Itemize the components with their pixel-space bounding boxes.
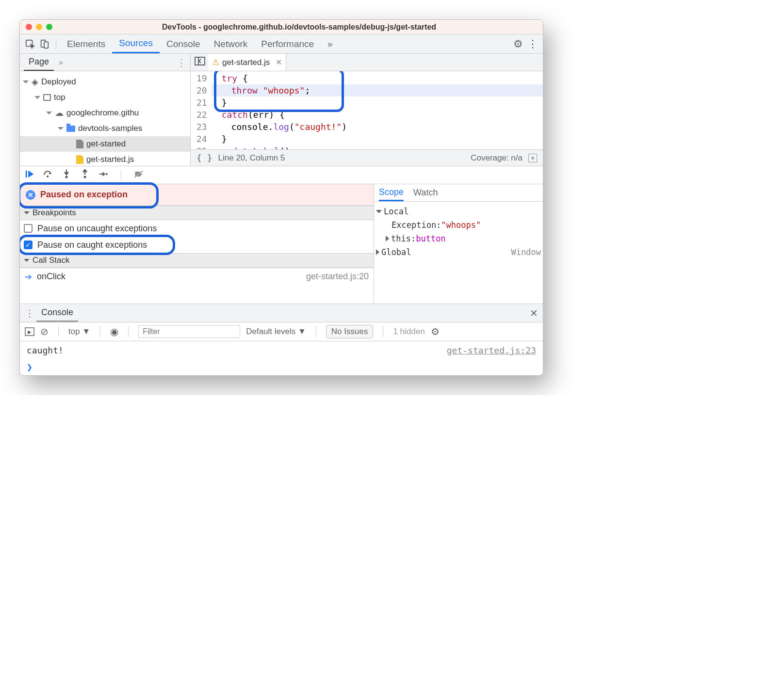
scope-global[interactable]: Global Window [376, 245, 541, 259]
tree-row-deployed[interactable]: ◈ Deployed [20, 74, 190, 90]
sources-secondary-row: Page » ⋮ ⚠ get-started.js ✕ [20, 54, 543, 71]
filter-input[interactable] [138, 325, 240, 338]
scope-body: Local Exception: "whoops" this: button G… [374, 202, 543, 262]
clear-console-icon[interactable]: ⊘ [40, 326, 49, 337]
svg-point-7 [65, 176, 68, 178]
close-window-icon[interactable] [26, 24, 32, 30]
context-selector[interactable]: top ▼ [68, 327, 90, 336]
tab-more[interactable]: » [321, 34, 340, 53]
pause-uncaught-row[interactable]: Pause on uncaught exceptions [20, 220, 374, 237]
editor-toolbar: ⚠ get-started.js ✕ [191, 54, 543, 71]
tab-network[interactable]: Network [207, 34, 255, 53]
panel-tabs: Elements Sources Console Network Perform… [20, 34, 543, 54]
resume-icon[interactable] [25, 169, 34, 181]
cube-icon: ◈ [32, 77, 38, 87]
tree-row-top[interactable]: top [20, 90, 190, 105]
hidden-count[interactable]: 1 hidden [393, 327, 425, 336]
step-icon[interactable] [98, 169, 108, 181]
tree-label: get-started.js [86, 155, 134, 164]
navigator-tab-page[interactable]: Page [24, 54, 54, 71]
traffic-lights [26, 24, 52, 30]
code-body[interactable]: 192021 22232425 try { throw "whoops"; } … [191, 71, 543, 149]
log-location[interactable]: get-started.js:23 [447, 345, 536, 355]
tab-elements[interactable]: Elements [60, 34, 112, 53]
tab-console[interactable]: Console [160, 34, 207, 53]
minimize-window-icon[interactable] [36, 24, 42, 30]
pause-caught-row[interactable]: ✓ Pause on caught exceptions [20, 237, 374, 253]
scope-this[interactable]: this: button [376, 232, 541, 245]
checkbox-uncaught[interactable] [24, 224, 33, 233]
tree-row-origin[interactable]: ☁ googlechrome.githu [20, 105, 190, 121]
zoom-window-icon[interactable] [46, 24, 52, 30]
highlight-try-block [214, 71, 344, 112]
console-sidebar-icon[interactable]: ▶ [25, 327, 34, 336]
inspect-element-icon[interactable] [23, 37, 37, 51]
window-title: DevTools - googlechrome.github.io/devtoo… [61, 23, 537, 32]
sources-main: ◈ Deployed top ☁ googlechrome.githu devt… [20, 71, 543, 166]
section-callstack[interactable]: Call Stack [20, 253, 374, 268]
divider [56, 39, 56, 49]
tree-label: get-started [86, 139, 126, 149]
coverage-label: Coverage: n/a [471, 153, 523, 163]
toggle-sidebar-icon[interactable] [195, 57, 205, 68]
tab-sources[interactable]: Sources [112, 34, 160, 53]
tab-watch[interactable]: Watch [413, 188, 438, 198]
console-log-line[interactable]: caught! get-started.js:23 [20, 341, 543, 359]
svg-rect-2 [44, 42, 48, 48]
scope-local[interactable]: Local [376, 205, 541, 218]
cloud-icon: ☁ [55, 108, 64, 118]
file-icon [76, 140, 83, 148]
svg-point-6 [47, 176, 49, 177]
step-out-icon[interactable] [80, 169, 90, 181]
highlight-caught [19, 235, 175, 255]
no-issues-button[interactable]: No Issues [326, 325, 374, 338]
callstack-frame-onclick[interactable]: ➔ onClick get-started.js:20 [20, 268, 374, 285]
drawer-kebab-icon[interactable]: ⋮ [25, 307, 34, 319]
log-message: caught! [27, 345, 64, 355]
current-frame-icon: ➔ [25, 272, 32, 282]
svg-rect-5 [26, 171, 27, 178]
kebab-menu-icon[interactable]: ⋮ [525, 37, 540, 51]
tab-scope[interactable]: Scope [379, 184, 404, 201]
settings-icon[interactable]: ⚙ [511, 37, 525, 51]
tree-row-folder[interactable]: devtools-samples [20, 121, 190, 136]
live-expression-icon[interactable]: ◉ [110, 326, 118, 337]
code-editor: 192021 22232425 try { throw "whoops"; } … [191, 71, 543, 166]
debugger-left-pane: ✕ Paused on exception Breakpoints Pause … [20, 184, 374, 304]
file-tab-label: get-started.js [222, 58, 270, 67]
editor-footer: { } Line 20, Column 5 Coverage: n/a ▾ [191, 149, 543, 166]
frame-location: get-started.js:20 [306, 272, 369, 282]
navigator-more-icon[interactable]: » [54, 58, 63, 67]
tree-row-get-started[interactable]: get-started [20, 136, 190, 152]
navigator-kebab-icon[interactable]: ⋮ [177, 57, 186, 68]
close-tab-icon[interactable]: ✕ [273, 58, 282, 67]
scope-watch-tabs: Scope Watch [374, 184, 543, 202]
tree-label: googlechrome.githu [66, 108, 139, 118]
console-prompt[interactable]: ❯ [20, 359, 543, 375]
coverage-dropdown-icon[interactable]: ▾ [528, 154, 537, 162]
tree-row-get-started-js[interactable]: get-started.js [20, 152, 190, 166]
section-label: Breakpoints [33, 208, 76, 218]
line-gutter: 192021 22232425 [191, 72, 212, 149]
highlight-paused [19, 182, 159, 208]
devtools-window: DevTools - googlechrome.github.io/devtoo… [19, 19, 543, 376]
log-levels-selector[interactable]: Default levels ▼ [246, 327, 306, 336]
drawer-tab-console[interactable]: Console [36, 304, 78, 322]
js-file-icon [76, 155, 83, 164]
file-tab-get-started-js[interactable]: ⚠ get-started.js ✕ [208, 54, 286, 71]
pretty-print-icon[interactable]: { } [196, 153, 212, 163]
scope-exception[interactable]: Exception: "whoops" [376, 218, 541, 232]
folder-icon [66, 126, 75, 132]
checkbox-label: Pause on uncaught exceptions [37, 224, 157, 234]
step-into-icon[interactable] [62, 169, 71, 181]
deactivate-breakpoints-icon[interactable] [134, 169, 144, 181]
tab-performance[interactable]: Performance [254, 34, 321, 53]
console-settings-icon[interactable]: ⚙ [431, 326, 440, 337]
drawer-tabs: ⋮ Console ✕ [20, 304, 543, 322]
drawer-close-icon[interactable]: ✕ [530, 307, 538, 319]
svg-point-8 [84, 176, 86, 178]
debugger-panes: ✕ Paused on exception Breakpoints Pause … [20, 184, 543, 304]
step-over-icon[interactable] [43, 169, 53, 181]
device-toggle-icon[interactable] [37, 37, 52, 51]
console-toolbar: ▶ ⊘ top ▼ ◉ Default levels ▼ No Issues 1… [20, 322, 543, 341]
